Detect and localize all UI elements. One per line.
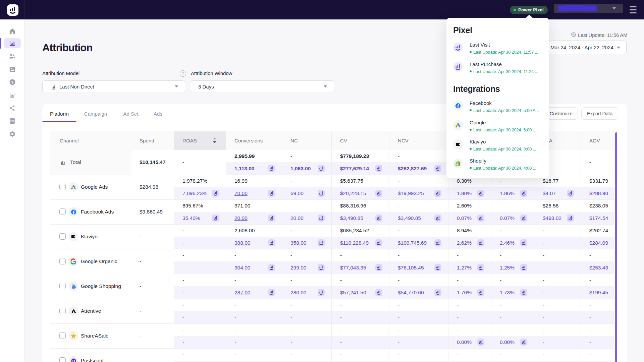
svg-text:$: $ (11, 80, 13, 84)
svg-text:</>: </> (10, 120, 15, 123)
